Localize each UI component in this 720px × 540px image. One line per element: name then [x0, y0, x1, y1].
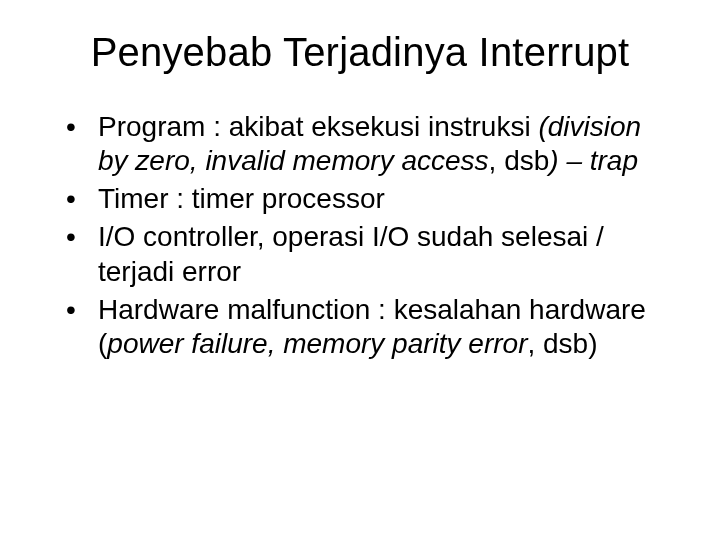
slide-title: Penyebab Terjadinya Interrupt — [50, 30, 670, 75]
text-segment: Timer : timer processor — [98, 183, 385, 214]
list-item: I/O controller, operasi I/O sudah selesa… — [60, 220, 670, 288]
text-italic: power failure, memory parity error — [107, 328, 527, 359]
list-item: Program : akibat eksekusi instruksi (div… — [60, 110, 670, 178]
text-segment: Program : akibat eksekusi instruksi — [98, 111, 538, 142]
text-segment: , dsb — [489, 145, 550, 176]
list-item: Timer : timer processor — [60, 182, 670, 216]
slide: Penyebab Terjadinya Interrupt Program : … — [0, 0, 720, 540]
text-segment: , dsb) — [527, 328, 597, 359]
bullet-list: Program : akibat eksekusi instruksi (div… — [50, 110, 670, 361]
text-segment: I/O controller, operasi I/O sudah selesa… — [98, 221, 604, 286]
list-item: Hardware malfunction : kesalahan hardwar… — [60, 293, 670, 361]
text-italic: ) – trap — [549, 145, 638, 176]
